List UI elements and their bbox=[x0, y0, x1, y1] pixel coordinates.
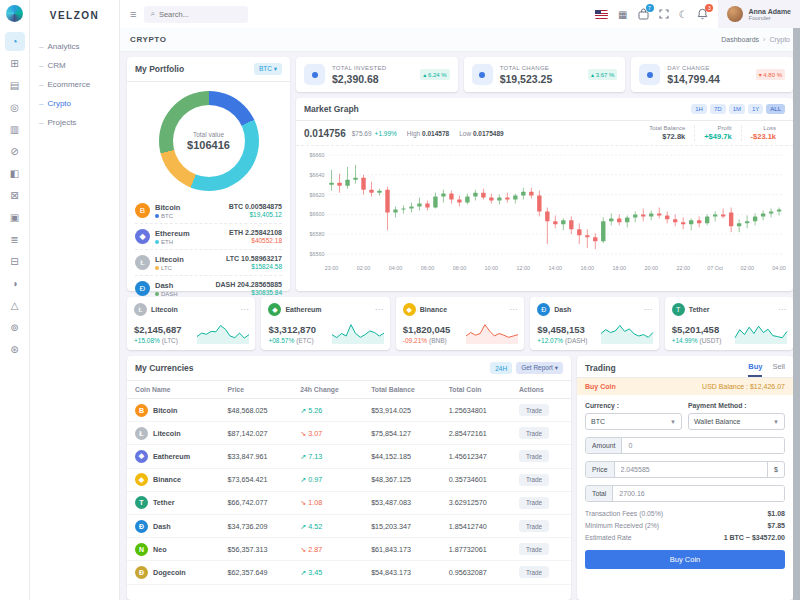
language-flag-icon[interactable] bbox=[595, 10, 608, 19]
more-options-icon[interactable]: ⋯ bbox=[509, 305, 517, 314]
portfolio-currency-select[interactable]: BTC ▾ bbox=[254, 63, 282, 75]
nav-base-ui-icon[interactable]: ⊘ bbox=[5, 142, 25, 161]
brand-logo-icon[interactable] bbox=[6, 5, 23, 22]
nav-forms-icon[interactable]: ▣ bbox=[5, 208, 25, 227]
donut-total-value: $106416 bbox=[187, 139, 230, 151]
trade-button[interactable]: Trade bbox=[519, 404, 549, 416]
more-options-icon[interactable]: ⋯ bbox=[375, 305, 383, 314]
amount-field-group: Amount bbox=[585, 437, 785, 454]
buy-coin-button[interactable]: Buy Coin bbox=[585, 550, 785, 569]
trade-button[interactable]: Trade bbox=[519, 520, 549, 532]
payment-method-select[interactable]: Wallet Balance▼ bbox=[688, 413, 785, 430]
stat-badge: ▾ 4.80 % bbox=[756, 69, 785, 80]
nav-advance-ui-icon[interactable]: ◧ bbox=[5, 164, 25, 183]
nav-landing-icon[interactable]: ▥ bbox=[5, 120, 25, 139]
fee-row: Minimum Received (2%)$7.85 bbox=[585, 522, 785, 529]
more-options-icon[interactable]: ⋯ bbox=[644, 305, 652, 314]
currency-select[interactable]: BTC▼ bbox=[585, 413, 682, 430]
get-report-button[interactable]: Get Report ▾ bbox=[516, 362, 563, 374]
column-header[interactable]: Price bbox=[219, 381, 292, 399]
currencies-table-body: BBitcoin$48,568.025↗ 5.26$53,914.0251.25… bbox=[127, 399, 571, 585]
eathereum-icon: ◆ bbox=[268, 303, 281, 316]
nav-dashboards-icon[interactable]: ◔ bbox=[5, 32, 25, 51]
more-options-icon[interactable]: ⋯ bbox=[240, 305, 248, 314]
timeframe-1y-button[interactable]: 1Y bbox=[748, 104, 763, 114]
svg-text:10:00: 10:00 bbox=[485, 265, 498, 271]
coin-card-tether[interactable]: TTether⋯$5,201,458+14.99%(USDT) bbox=[665, 297, 793, 350]
nav-apps-icon[interactable]: ⊞ bbox=[5, 54, 25, 73]
coin-card-binance[interactable]: ◆Binance⋯$1,820,045-09.21%(BNB) bbox=[396, 297, 524, 350]
tether-icon: T bbox=[672, 303, 685, 316]
sidebar-item-projects[interactable]: –Projects bbox=[30, 113, 119, 132]
svg-text:23:00: 23:00 bbox=[325, 265, 338, 271]
tab-sell[interactable]: Sell bbox=[772, 362, 785, 377]
topbar-actions: ▦ 7 ☾ 3 Anna Adame Founder bbox=[595, 0, 800, 28]
tab-buy[interactable]: Buy bbox=[748, 362, 762, 377]
sidebar-item-crm[interactable]: –CRM bbox=[30, 56, 119, 75]
stat-card-total-invested: TOTAL INVESTED$2,390.68▴ 6.24 % bbox=[296, 57, 458, 92]
portfolio-coin-row[interactable]: BBitcoinBTCBTC 0.00584875$19,405.12 bbox=[135, 198, 282, 223]
sparkline-chart bbox=[196, 319, 250, 345]
coin-card-dash[interactable]: ĐDash⋯$9,458,153+12.07%(DASH) bbox=[530, 297, 658, 350]
price-input[interactable] bbox=[615, 462, 768, 477]
dash-icon: Đ bbox=[135, 281, 150, 296]
dark-mode-moon-icon[interactable]: ☾ bbox=[679, 9, 688, 20]
amount-input[interactable] bbox=[622, 438, 784, 453]
nav-icons-icon[interactable]: ◑ bbox=[5, 274, 25, 293]
timeframe-1m-button[interactable]: 1M bbox=[729, 104, 745, 114]
portfolio-coin-row[interactable]: ŁLitecoinLTCLTC 10.58963217$15824.58 bbox=[135, 249, 282, 275]
sparkline-chart bbox=[734, 319, 788, 345]
svg-text:22:00: 22:00 bbox=[676, 265, 689, 271]
scrollbar[interactable] bbox=[793, 28, 800, 600]
neo-icon: N bbox=[135, 543, 148, 556]
dash-icon: – bbox=[39, 118, 43, 127]
nav-widgets-icon[interactable]: ⊠ bbox=[5, 186, 25, 205]
trade-button[interactable]: Trade bbox=[519, 566, 549, 578]
nav-pages-icon[interactable]: ◎ bbox=[5, 98, 25, 117]
apps-grid-icon[interactable]: ▦ bbox=[618, 9, 627, 20]
svg-text:$6580: $6580 bbox=[310, 231, 325, 237]
price-label: Price bbox=[586, 462, 615, 477]
coin-card-eathereum[interactable]: ◆Eathereum⋯$3,312,870+08.57%(ETC) bbox=[261, 297, 389, 350]
cart-icon[interactable]: 7 bbox=[638, 8, 649, 20]
timeframe-1h-button[interactable]: 1H bbox=[691, 104, 707, 114]
user-menu[interactable]: Anna Adame Founder bbox=[718, 0, 800, 28]
nav-maps-icon[interactable]: △ bbox=[5, 296, 25, 315]
nav-tables-icon[interactable]: ≣ bbox=[5, 230, 25, 249]
my-currencies-title: My Currencies bbox=[135, 363, 194, 373]
trade-button[interactable]: Trade bbox=[519, 474, 549, 486]
coin-card-litecoin[interactable]: ŁLitecoin⋯$2,145,687+15.08%(LTC) bbox=[127, 297, 255, 350]
notifications-bell-icon[interactable]: 3 bbox=[697, 8, 708, 20]
total-input[interactable] bbox=[613, 486, 784, 501]
column-header[interactable]: 24h Change bbox=[292, 381, 363, 399]
timeframe-7d-button[interactable]: 7D bbox=[710, 104, 726, 114]
trade-button[interactable]: Trade bbox=[519, 427, 549, 439]
profit: Profit +$49.7k bbox=[694, 125, 740, 141]
nav-layouts-icon[interactable]: ▤ bbox=[5, 76, 25, 95]
range-24h-button[interactable]: 24H bbox=[490, 362, 512, 374]
fullscreen-icon[interactable] bbox=[659, 9, 669, 19]
nav-multilevel-icon[interactable]: ⊚ bbox=[5, 318, 25, 337]
sidebar-item-crypto[interactable]: –Crypto bbox=[30, 94, 119, 113]
hamburger-icon[interactable]: ≡ bbox=[130, 8, 136, 20]
market-price-usd: $75.69 bbox=[352, 130, 372, 137]
trade-button[interactable]: Trade bbox=[519, 497, 549, 509]
column-header[interactable]: Total Coin bbox=[441, 381, 511, 399]
trade-button[interactable]: Trade bbox=[519, 543, 549, 555]
sidebar-item-ecommerce[interactable]: –Ecommerce bbox=[30, 75, 119, 94]
breadcrumb-dashboards[interactable]: Dashboards bbox=[721, 36, 759, 43]
portfolio-coin-list: BBitcoinBTCBTC 0.00584875$19,405.12◆Ethe… bbox=[127, 198, 290, 301]
search-input[interactable] bbox=[159, 10, 239, 19]
column-header[interactable]: Actions bbox=[511, 381, 571, 399]
brand-name: VELZON bbox=[30, 10, 119, 21]
more-options-icon[interactable]: ⋯ bbox=[778, 305, 786, 314]
sidebar: VELZON –Analytics–CRM–Ecommerce–Crypto–P… bbox=[30, 0, 120, 600]
nav-components-icon[interactable]: ⊛ bbox=[5, 340, 25, 359]
portfolio-coin-row[interactable]: ◆EthereumETHETH 2.25842108$40552.18 bbox=[135, 223, 282, 249]
timeframe-all-button[interactable]: ALL bbox=[766, 104, 785, 114]
sidebar-item-analytics[interactable]: –Analytics bbox=[30, 37, 119, 56]
column-header[interactable]: Total Balance bbox=[363, 381, 441, 399]
column-header[interactable]: Coin Name bbox=[127, 381, 219, 399]
nav-charts-icon[interactable]: ⊟ bbox=[5, 252, 25, 271]
trade-button[interactable]: Trade bbox=[519, 450, 549, 462]
